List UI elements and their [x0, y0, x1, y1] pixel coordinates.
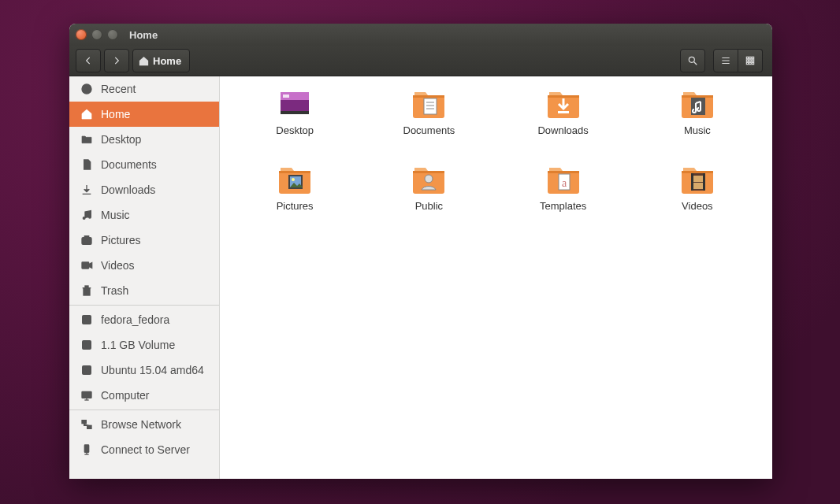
svg-point-17	[89, 216, 91, 218]
sidebar: RecentHomeDesktopDocumentsDownloadsMusic…	[69, 76, 220, 479]
sidebar-item-fedora-fedora[interactable]: fedora_fedora	[69, 307, 219, 332]
svg-rect-20	[84, 236, 88, 238]
window-close-button[interactable]	[76, 29, 87, 40]
video-icon	[79, 258, 95, 273]
svg-rect-9	[749, 60, 751, 61]
sidebar-item-downloads[interactable]: Downloads	[69, 177, 219, 202]
folder-label: Music	[684, 124, 711, 136]
sidebar-item-label: Computer	[101, 389, 149, 402]
folder-label: Pictures	[277, 200, 314, 212]
folder-icon	[276, 87, 314, 121]
pathbar-label: Home	[153, 55, 181, 67]
folder-templates[interactable]: aTemplates	[540, 163, 586, 232]
grid-icon	[745, 55, 756, 66]
view-grid-button[interactable]	[738, 49, 763, 72]
sidebar-item-recent[interactable]: Recent	[69, 76, 219, 102]
desktop-background: Home Home	[0, 0, 840, 504]
svg-rect-27	[85, 286, 88, 288]
window-title: Home	[129, 29, 158, 41]
folder-label: Documents	[403, 124, 455, 136]
folder-icon	[410, 163, 448, 197]
folder-label: Templates	[540, 200, 586, 212]
download-icon	[79, 182, 95, 198]
svg-rect-49	[424, 98, 437, 114]
camera-icon	[79, 232, 95, 248]
sidebar-item-pictures[interactable]: Pictures	[69, 228, 219, 253]
folder-desktop[interactable]: Desktop	[276, 87, 314, 157]
folder-icon	[410, 87, 448, 121]
svg-rect-11	[746, 62, 748, 64]
window-maximize-button[interactable]	[107, 29, 118, 40]
sidebar-item-1-1-gb-volume[interactable]: 1.1 GB Volume	[69, 332, 219, 358]
sidebar-item-connect-to-server[interactable]: Connect to Server	[69, 437, 219, 462]
svg-point-16	[83, 217, 85, 220]
sidebar-item-desktop[interactable]: Desktop	[69, 127, 219, 152]
window-minimize-button[interactable]	[91, 29, 102, 40]
svg-point-30	[86, 319, 87, 320]
sidebar-item-computer[interactable]: Computer	[69, 383, 219, 408]
svg-rect-5	[746, 57, 748, 58]
folder-icon	[678, 87, 716, 121]
svg-point-0	[689, 57, 694, 62]
folder-music[interactable]: Music	[678, 87, 716, 157]
search-button[interactable]	[680, 49, 705, 72]
chevron-left-icon	[83, 55, 94, 66]
content-area[interactable]: DesktopDocumentsDownloadsMusicPicturesPu…	[220, 76, 772, 479]
trash-icon	[79, 283, 95, 298]
folder-icon: a	[545, 163, 582, 197]
disk-icon	[79, 362, 95, 378]
sidebar-item-documents[interactable]: Documents	[69, 152, 219, 177]
list-icon	[720, 55, 731, 66]
pathbar-home-button[interactable]: Home	[132, 49, 190, 72]
sidebar-item-label: Recent	[101, 83, 136, 95]
back-button[interactable]	[76, 49, 101, 72]
svg-rect-10	[752, 60, 753, 61]
sidebar-item-label: Browse Network	[101, 418, 181, 431]
svg-rect-42	[84, 445, 88, 452]
folder-documents[interactable]: Documents	[403, 87, 455, 157]
sidebar-separator	[69, 305, 219, 306]
folder-pictures[interactable]: Pictures	[276, 163, 314, 232]
home-icon	[138, 55, 150, 67]
sidebar-item-trash[interactable]: Trash	[69, 278, 219, 303]
sidebar-item-browse-network[interactable]: Browse Network	[69, 412, 219, 437]
folder-public[interactable]: Public	[410, 163, 448, 232]
computer-icon	[79, 387, 95, 403]
svg-rect-53	[558, 111, 569, 113]
folder-icon	[545, 87, 582, 121]
svg-rect-6	[749, 57, 751, 58]
sidebar-item-label: 1.1 GB Volume	[101, 339, 175, 351]
folder-label: Videos	[682, 200, 713, 212]
svg-rect-47	[283, 94, 289, 98]
sidebar-item-home[interactable]: Home	[69, 102, 219, 127]
view-list-button[interactable]	[713, 49, 738, 72]
file-manager-window: Home Home	[69, 24, 772, 479]
sidebar-item-label: Music	[101, 209, 130, 221]
folder-videos[interactable]: Videos	[678, 163, 716, 232]
svg-rect-64	[693, 176, 703, 182]
sidebar-item-label: fedora_fedora	[101, 313, 169, 326]
sidebar-item-videos[interactable]: Videos	[69, 253, 219, 278]
svg-marker-22	[89, 263, 92, 269]
folder-icon	[678, 163, 716, 197]
search-icon	[687, 55, 698, 66]
svg-rect-12	[749, 62, 751, 64]
sidebar-item-label: Desktop	[101, 133, 141, 146]
sidebar-item-music[interactable]: Music	[69, 202, 219, 228]
sidebar-item-ubuntu-15-04-amd64[interactable]: Ubuntu 15.04 amd64	[69, 358, 219, 383]
home-icon	[79, 106, 95, 122]
chevron-right-icon	[111, 55, 122, 66]
forward-button[interactable]	[104, 49, 129, 72]
titlebar: Home	[69, 24, 772, 46]
sidebar-item-label: Downloads	[101, 183, 155, 196]
sidebar-item-label: Documents	[101, 158, 157, 171]
sidebar-item-label: Pictures	[101, 234, 141, 246]
window-body: RecentHomeDesktopDocumentsDownloadsMusic…	[69, 76, 772, 479]
sidebar-item-label: Home	[101, 108, 130, 120]
svg-point-19	[84, 239, 88, 243]
svg-text:a: a	[562, 177, 567, 189]
folder-downloads[interactable]: Downloads	[537, 87, 588, 157]
svg-rect-8	[746, 60, 748, 61]
sidebar-item-label: Ubuntu 15.04 amd64	[101, 364, 204, 376]
folder-label: Desktop	[276, 124, 314, 136]
